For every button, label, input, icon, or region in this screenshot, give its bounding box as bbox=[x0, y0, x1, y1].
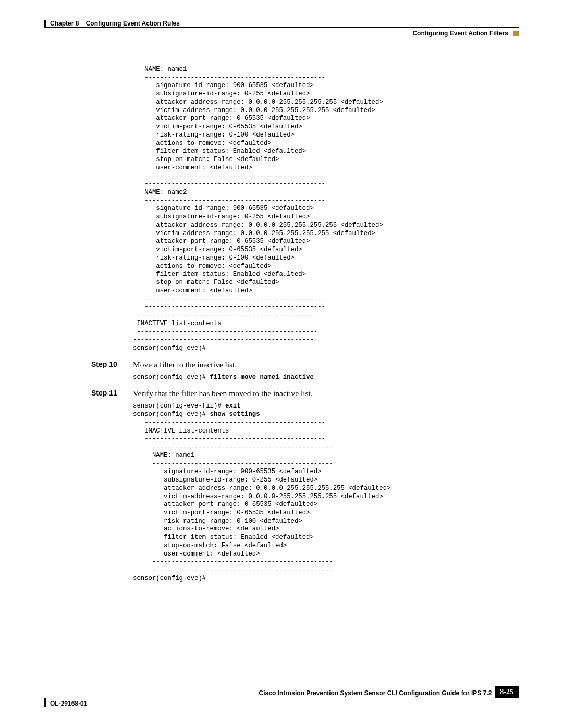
header-chapter: Chapter 8 Configuring Event Action Rules bbox=[44, 20, 180, 27]
code-prompt: sensor(config-eve)# bbox=[133, 411, 210, 418]
code-step-10: sensor(config-eve)# filters move name1 i… bbox=[133, 374, 519, 382]
code-command: show settings bbox=[210, 411, 260, 418]
footer-ol-number: OL-29168-01 bbox=[44, 698, 87, 707]
step-10: Step 10 Move a filter to the inactive li… bbox=[91, 360, 519, 369]
header-section: Configuring Event Action Filters bbox=[412, 30, 508, 37]
header-marker-icon bbox=[513, 31, 519, 36]
step-text: Move a filter to the inactive list. bbox=[133, 360, 237, 369]
page-number: 8-25 bbox=[495, 686, 519, 698]
step-text: Verify that the filter has been moved to… bbox=[133, 389, 313, 398]
code-step-11: sensor(config-eve-fil)# exit sensor(conf… bbox=[133, 402, 519, 583]
page-content: NAME: name1 ----------------------------… bbox=[44, 66, 519, 583]
code-output-block-1: NAME: name1 ----------------------------… bbox=[133, 66, 519, 353]
page-header: Chapter 8 Configuring Event Action Rules… bbox=[44, 20, 519, 37]
code-command: exit bbox=[225, 402, 241, 410]
footer-guide-title: Cisco Intrusion Prevention System Sensor… bbox=[44, 689, 495, 697]
step-label: Step 11 bbox=[91, 389, 133, 398]
page-footer: Cisco Intrusion Prevention System Sensor… bbox=[44, 686, 519, 707]
code-output: ----------------------------------------… bbox=[133, 419, 390, 582]
code-command: filters move name1 inactive bbox=[210, 374, 314, 381]
step-label: Step 10 bbox=[91, 360, 133, 369]
code-prompt: sensor(config-eve-fil)# bbox=[133, 402, 225, 410]
code-prompt: sensor(config-eve)# bbox=[133, 374, 210, 381]
step-11: Step 11 Verify that the filter has been … bbox=[91, 389, 519, 398]
